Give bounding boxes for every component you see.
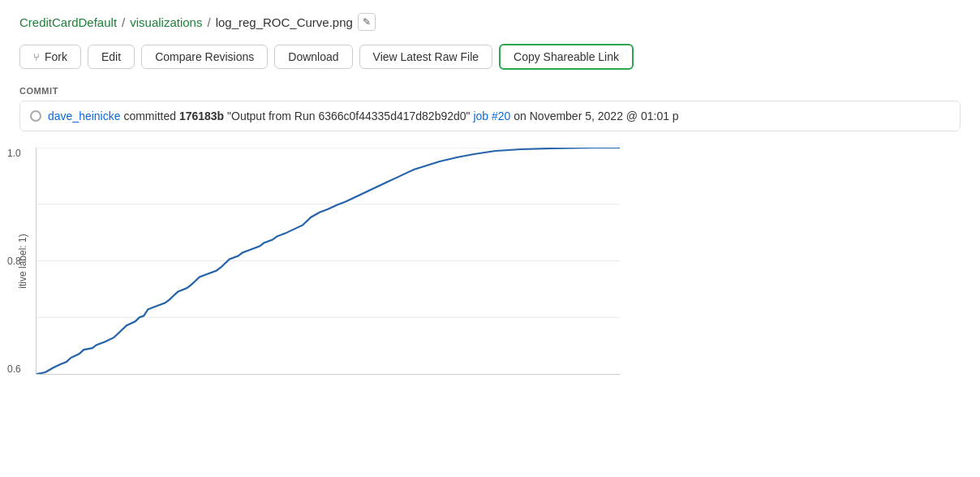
commit-job-link[interactable]: job #20 (473, 110, 510, 122)
toolbar: ⑂ Fork Edit Compare Revisions Download V… (19, 44, 961, 70)
breadcrumb-sep-1: / (122, 15, 125, 29)
breadcrumb: CreditCardDefault / visualizations / log… (19, 13, 961, 31)
breadcrumb-file: log_reg_ROC_Curve.png (216, 15, 353, 29)
commit-action: committed (123, 110, 178, 122)
commit-section-label: COMMIT (19, 86, 961, 96)
fork-label: Fork (45, 50, 67, 63)
edit-button[interactable]: Edit (88, 45, 135, 69)
chart-container: itive label: 1) 1.0 0.8 0.6 (19, 148, 961, 375)
edit-pencil-icon: ✎ (363, 16, 371, 28)
commit-author[interactable]: dave_heinicke (48, 110, 121, 122)
y-tick-0.6: 0.6 (7, 363, 21, 375)
roc-curve-svg (37, 148, 620, 374)
commit-dot-icon (30, 110, 41, 122)
commit-date: on November 5, 2022 @ 01:01 p (514, 110, 678, 122)
fork-button[interactable]: ⑂ Fork (19, 45, 81, 69)
commit-section: COMMIT dave_heinicke committed 176183b "… (19, 86, 961, 131)
edit-label: Edit (101, 50, 121, 63)
compare-revisions-label: Compare Revisions (155, 50, 254, 63)
view-raw-button[interactable]: View Latest Raw File (359, 45, 492, 69)
edit-icon-btn[interactable]: ✎ (358, 13, 376, 31)
copy-shareable-link-button[interactable]: Copy Shareable Link (499, 44, 634, 70)
breadcrumb-project[interactable]: CreditCardDefault (19, 15, 117, 29)
commit-message: "Output from Run 6366c0f44335d417d82b92d… (227, 110, 473, 122)
chart-wrapper: itive label: 1) 1.0 0.8 0.6 (36, 148, 620, 375)
y-axis-labels: 1.0 0.8 0.6 (7, 148, 21, 375)
commit-text: dave_heinicke committed 176183b "Output … (48, 110, 679, 122)
chart-inner (36, 148, 620, 375)
download-label: Download (288, 50, 338, 63)
y-tick-0.8: 0.8 (7, 256, 21, 267)
commit-hash: 176183b (179, 110, 224, 122)
compare-revisions-button[interactable]: Compare Revisions (141, 45, 268, 69)
breadcrumb-sep-2: / (207, 15, 210, 29)
y-tick-1.0: 1.0 (7, 148, 21, 159)
copy-link-label: Copy Shareable Link (514, 50, 619, 63)
breadcrumb-folder[interactable]: visualizations (130, 15, 202, 29)
commit-row: dave_heinicke committed 176183b "Output … (19, 101, 961, 131)
page-container: CreditCardDefault / visualizations / log… (0, 0, 980, 388)
fork-icon: ⑂ (33, 51, 40, 63)
download-button[interactable]: Download (274, 45, 352, 69)
view-raw-label: View Latest Raw File (373, 50, 479, 63)
